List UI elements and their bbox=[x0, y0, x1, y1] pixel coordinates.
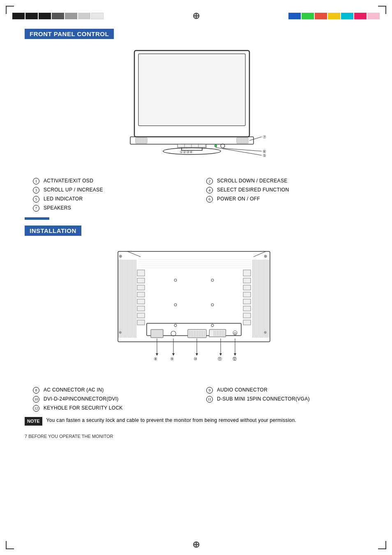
footer-text: 7 BEFORE YOU OPERATE THE MONITOR bbox=[25, 434, 113, 439]
label-5: 5 LED INDICATOR bbox=[33, 196, 194, 203]
label-7: 7 SPEAKERS bbox=[33, 205, 194, 212]
note-box: NOTE You can fasten a security lock and … bbox=[25, 417, 367, 426]
svg-rect-94 bbox=[151, 329, 163, 338]
label-text-6: POWER ON / OFF bbox=[217, 196, 260, 202]
svg-rect-76 bbox=[137, 306, 145, 311]
label-10: 10 DVI-D-24PINCONNECTOR(DVI) bbox=[33, 396, 194, 403]
label-text-2: SCROLL DOWN / DECREASE bbox=[217, 178, 288, 184]
svg-rect-20 bbox=[178, 144, 206, 147]
cbr-5 bbox=[341, 13, 353, 19]
label-text-7: SPEAKERS bbox=[44, 205, 71, 211]
svg-text:⑫: ⑫ bbox=[233, 357, 237, 361]
label-2: 2 SCROLL DOWN / DECREASE bbox=[206, 178, 367, 184]
label-11: 11 D-SUB MINI 15PIN CONNECTOR(VGA) bbox=[206, 396, 367, 403]
svg-rect-79 bbox=[243, 270, 251, 276]
svg-text:①②③④: ①②③④ bbox=[180, 150, 193, 154]
num-7: 7 bbox=[33, 205, 39, 212]
cb-7 bbox=[91, 13, 104, 19]
num-6: 6 bbox=[206, 196, 213, 203]
blue-separator bbox=[25, 217, 49, 220]
installation-heading: INSTALLATION bbox=[25, 226, 81, 236]
cbr-6 bbox=[354, 13, 367, 19]
label-text-10: DVI-D-24PINCONNECTOR(DVI) bbox=[44, 396, 119, 402]
cb-6 bbox=[78, 13, 90, 19]
top-crosshair: ⊕ bbox=[192, 11, 200, 21]
svg-rect-85 bbox=[243, 313, 251, 318]
svg-rect-107 bbox=[209, 329, 226, 337]
cbr-1 bbox=[288, 13, 301, 19]
label-8: 8 AC CONNECTOR (AC IN) bbox=[33, 387, 194, 394]
svg-rect-73 bbox=[137, 285, 145, 290]
svg-rect-78 bbox=[137, 320, 145, 325]
num-10: 10 bbox=[33, 396, 39, 403]
num-12: 12 bbox=[33, 405, 39, 412]
num-2: 2 bbox=[206, 178, 213, 184]
front-panel-section: FRONT PANEL CONTROL bbox=[25, 29, 367, 212]
cbr-3 bbox=[315, 13, 327, 19]
front-panel-labels: 1 ACTIVATE/EXIT OSD 2 SCROLL DOWN / DECR… bbox=[33, 178, 367, 212]
color-bar-right bbox=[288, 13, 380, 19]
cbr-4 bbox=[328, 13, 340, 19]
svg-point-92 bbox=[211, 324, 214, 327]
label-text-9: AUDIO CONNECTOR bbox=[217, 387, 267, 393]
svg-point-91 bbox=[174, 324, 177, 327]
cb-2 bbox=[25, 13, 38, 19]
svg-rect-81 bbox=[243, 285, 251, 290]
installation-labels: 8 AC CONNECTOR (AC IN) 9 AUDIO CONNECTOR… bbox=[33, 387, 367, 412]
cb-4 bbox=[52, 13, 64, 19]
label-text-11: D-SUB MINI 15PIN CONNECTOR(VGA) bbox=[217, 396, 310, 402]
bottom-border: ⊕ bbox=[0, 534, 392, 555]
svg-point-26 bbox=[214, 145, 217, 147]
svg-text:⑪: ⑪ bbox=[218, 357, 222, 361]
num-5: 5 bbox=[33, 196, 39, 203]
label-text-3: SCROLL UP / INCREASE bbox=[44, 187, 103, 193]
svg-rect-86 bbox=[243, 320, 251, 325]
label-6: 6 POWER ON / OFF bbox=[206, 196, 367, 203]
installation-diagram: ⊕ ⊕ bbox=[25, 243, 367, 379]
svg-point-89 bbox=[174, 304, 177, 306]
cbr-2 bbox=[302, 13, 314, 19]
note-label: NOTE bbox=[25, 417, 42, 426]
svg-rect-75 bbox=[137, 299, 145, 304]
svg-rect-3 bbox=[130, 137, 254, 144]
svg-text:⊕: ⊕ bbox=[119, 330, 122, 334]
cb-5 bbox=[65, 13, 77, 19]
svg-line-28 bbox=[249, 137, 262, 140]
svg-marker-124 bbox=[219, 353, 222, 356]
svg-text:⑤: ⑤ bbox=[263, 153, 266, 158]
svg-rect-83 bbox=[243, 299, 251, 304]
svg-rect-72 bbox=[137, 278, 145, 283]
svg-point-88 bbox=[211, 279, 214, 281]
svg-marker-126 bbox=[234, 353, 236, 356]
svg-rect-74 bbox=[137, 292, 145, 297]
cbr-7 bbox=[367, 13, 380, 19]
top-border: ⊕ bbox=[0, 0, 392, 25]
label-text-4: SELECT DESIRED FUNCTION bbox=[217, 187, 289, 193]
svg-text:⑩: ⑩ bbox=[194, 357, 197, 361]
page-footer: 7 BEFORE YOU OPERATE THE MONITOR bbox=[25, 434, 367, 439]
svg-marker-118 bbox=[156, 353, 158, 356]
installation-svg: ⊕ ⊕ bbox=[93, 243, 299, 379]
svg-rect-71 bbox=[137, 270, 145, 276]
svg-marker-120 bbox=[172, 353, 175, 356]
label-text-8: AC CONNECTOR (AC IN) bbox=[44, 387, 104, 393]
svg-text:⊕: ⊕ bbox=[264, 330, 267, 334]
label-9: 9 AUDIO CONNECTOR bbox=[206, 387, 367, 394]
label-3: 3 SCROLL UP / INCREASE bbox=[33, 187, 194, 193]
svg-line-32 bbox=[216, 147, 262, 155]
svg-rect-2 bbox=[139, 55, 244, 125]
svg-text:⑧: ⑧ bbox=[154, 357, 157, 361]
monitor-svg: ①②③④ ⑦ ⑥ ⑤ bbox=[101, 46, 291, 170]
label-12: 12 KEYHOLE FOR SECURITY LOCK bbox=[33, 405, 194, 412]
cb-1 bbox=[12, 13, 25, 19]
color-bar-left bbox=[12, 13, 104, 19]
svg-text:⑦: ⑦ bbox=[263, 135, 266, 139]
label-4: 4 SELECT DESIRED FUNCTION bbox=[206, 187, 367, 193]
installation-section: INSTALLATION ⊕ ⊕ bbox=[25, 226, 367, 426]
num-9: 9 bbox=[206, 387, 213, 394]
svg-marker-122 bbox=[196, 353, 198, 356]
label-text-1: ACTIVATE/EXIT OSD bbox=[44, 178, 93, 184]
svg-rect-77 bbox=[137, 313, 145, 318]
front-panel-heading: FRONT PANEL CONTROL bbox=[25, 29, 114, 39]
num-11: 11 bbox=[206, 396, 213, 403]
